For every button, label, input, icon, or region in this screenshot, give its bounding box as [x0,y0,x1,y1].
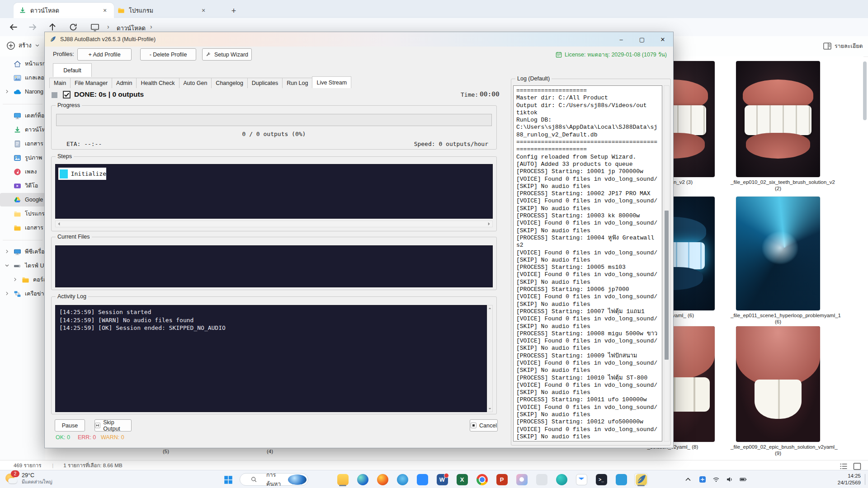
steps-canvas[interactable]: Initialize [55,164,493,219]
tab-duplicates[interactable]: Duplicates [247,78,283,88]
sidebar-item[interactable]: เดสก์ท็อป [0,109,45,122]
delete-profile-button[interactable]: - Delete Profile [140,48,196,61]
sidebar-item[interactable]: พีซีเครื่อง [0,245,45,258]
activity-log-text[interactable]: [14:25:59] Session started [14:25:59] [W… [55,305,487,412]
scroll-left-icon[interactable] [56,221,62,226]
tab-close-icon[interactable]: × [199,6,208,15]
log-panel-text[interactable]: ==================== Master dir: C:/All … [513,85,662,441]
new-tab-button[interactable]: + [228,5,239,16]
tab-changelog[interactable]: Changelog [211,78,247,88]
taskbar-app-vscode[interactable] [614,473,628,486]
step-item-initialize[interactable]: Initialize [58,168,106,180]
taskbar-search-input[interactable]: การค้นหา [240,473,308,486]
scroll-down-icon[interactable] [487,407,492,411]
explorer-tab-2[interactable]: โปรแกรม× [112,3,212,18]
cancel-button[interactable]: Cancel [470,419,498,432]
tab-close-icon[interactable]: × [100,6,109,15]
taskbar-app-canva[interactable] [555,473,568,486]
tab-admin[interactable]: Admin [112,78,137,88]
maximize-button[interactable]: ▢ [632,32,652,47]
sidebar-item[interactable]: คอร์สติ [0,273,45,286]
tab-file-manager[interactable]: File Manager [70,78,112,88]
scroll-right-icon[interactable] [486,221,492,226]
taskbar-clock[interactable]: 14:25 24/1/2569 [831,473,861,486]
skip-output-button[interactable]: Skip Output [94,419,132,432]
details-view-button[interactable]: รายละเอียด [823,42,863,51]
forward-icon[interactable] [28,23,37,32]
file-thumbnail[interactable] [736,197,820,310]
scroll-up-icon[interactable] [487,306,492,310]
tab-live-stream[interactable]: Live Stream [312,76,351,88]
steps-horizontal-scrollbar[interactable] [55,221,493,227]
start-button[interactable] [222,474,234,486]
taskbar-app-powerpoint[interactable]: P [495,473,509,486]
taskbar-app-settings[interactable] [535,473,548,486]
file-thumbnail[interactable] [736,61,820,177]
taskbar-app-firefox[interactable] [376,473,389,486]
log-panel-scrollbar[interactable] [664,85,670,441]
minimize-button[interactable]: – [611,32,632,47]
list-view-icon[interactable] [839,462,848,471]
thumbnail-view-icon[interactable] [853,462,862,471]
taskbar-app-chrome[interactable] [475,473,489,486]
up-icon[interactable] [48,23,57,32]
back-icon[interactable] [9,23,18,32]
tab-run-log[interactable]: Run Log [282,78,312,88]
taskbar-app-zoom[interactable] [415,473,429,486]
sidebar-item[interactable]: โปรแกรม [0,207,45,221]
wifi-icon[interactable] [712,476,720,483]
explorer-tab-1[interactable]: ดาวน์โหลด× [14,3,114,18]
sidebar-item[interactable]: วิดีโอ [0,179,45,192]
tray-chevron-up-icon[interactable] [684,476,692,483]
add-profile-button[interactable]: + Add Profile [77,48,132,61]
taskbar-app-telegram[interactable] [396,473,409,486]
tab-auto-gen[interactable]: Auto Gen [179,78,212,88]
this-pc-icon[interactable] [90,23,99,32]
pause-button[interactable]: Pause [55,419,85,432]
sidebar-item[interactable]: เครือข่าย [0,287,45,300]
tray-app-icon[interactable] [699,476,706,483]
sidebar-item[interactable]: Google [0,193,45,206]
sidebar-item[interactable]: แกลเลอรี [0,71,45,84]
sidebar-item[interactable]: ไดรฟ์ USB [0,259,45,272]
chevron-right-icon[interactable] [5,89,9,94]
sidebar-item[interactable]: Narong [0,85,45,99]
taskbar-app-edge[interactable] [356,473,369,486]
chevron-right-icon[interactable] [5,291,9,296]
refresh-icon[interactable] [69,23,78,32]
chevron-right-icon[interactable] [13,277,18,282]
tab-main[interactable]: Main [49,78,71,88]
sidebar-item[interactable]: รูปภาพ [0,151,45,164]
sidebar-item[interactable]: ดาวน์โหลด [0,123,45,136]
taskbar-app-terminal[interactable]: >_ [594,473,608,486]
activity-log-scrollbar[interactable] [487,305,493,412]
taskbar-app-sj88-autobatch[interactable] [634,473,648,486]
taskbar-app-word[interactable]: W [435,473,449,486]
tab-health-check[interactable]: Health Check [136,78,179,88]
weather-widget[interactable]: 2 29°C มีแดดส่วนใหญ่ [5,472,52,485]
current-files-canvas[interactable] [55,245,493,287]
sidebar-item[interactable]: เอกสาร [0,137,45,150]
setup-wizard-button[interactable]: Setup Wizard [202,48,252,61]
sidebar-item[interactable]: หน้าแรก [0,57,45,70]
taskbar-app-photos[interactable] [515,473,528,486]
chevron-right-icon[interactable] [5,249,9,254]
chevron-down-icon[interactable] [5,263,9,268]
taskbar-app-mail[interactable] [575,473,588,486]
taskbar-app-file-explorer[interactable] [336,473,349,486]
sidebar-item[interactable]: เอกสาร [0,221,45,235]
close-button[interactable]: ✕ [652,32,673,47]
window-title-bar[interactable]: SJ88 AutoBatch v26.5.3 (Multi-Profile) [45,32,673,47]
profile-tab-default[interactable]: Default [53,63,92,77]
download-icon [19,7,26,14]
show-desktop-button[interactable] [865,474,865,485]
pc-icon [14,248,21,256]
taskbar-app-excel[interactable]: X [455,473,469,486]
explorer-vertical-scrollbar[interactable] [863,59,867,456]
file-thumbnail[interactable] [736,326,820,442]
battery-icon[interactable] [740,476,747,483]
sidebar-item[interactable]: เพลง [0,165,45,178]
new-button[interactable]: สร้าง [6,41,40,50]
volume-icon[interactable] [726,476,733,483]
wrench-icon [206,52,212,57]
